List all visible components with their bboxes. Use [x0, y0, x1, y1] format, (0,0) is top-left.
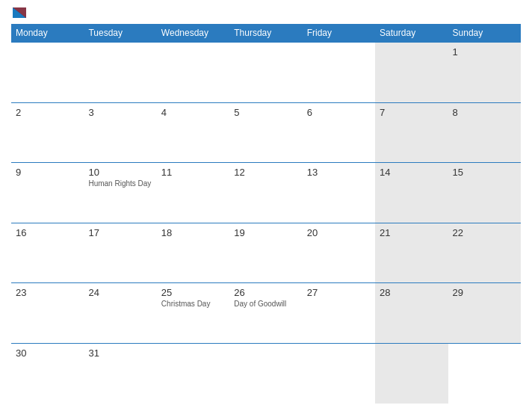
day-number: 24: [88, 287, 152, 298]
calendar-cell: 17: [84, 223, 156, 283]
day-number: 26: [234, 287, 297, 298]
holiday-name: Human Rights Day: [88, 179, 152, 188]
calendar-cell: 24: [84, 283, 156, 344]
calendar-cell: [229, 343, 302, 404]
day-number: 17: [88, 227, 152, 238]
day-number: 6: [307, 107, 371, 118]
day-number: 31: [88, 347, 152, 359]
calendar-header: [11, 7, 521, 18]
calendar-cell: 26Day of Goodwill: [229, 283, 302, 344]
weekday-header-row: MondayTuesdayWednesdayThursdayFridaySatu…: [11, 24, 521, 43]
calendar-cell: 15: [448, 163, 521, 223]
calendar-cell: [448, 343, 521, 404]
weekday-header-tuesday: Tuesday: [84, 24, 156, 43]
calendar-cell: [303, 343, 375, 404]
day-number: 22: [453, 227, 516, 238]
day-number: 18: [161, 227, 225, 238]
calendar-cell: 3: [84, 102, 156, 163]
calendar-cell: 14: [375, 163, 448, 223]
holiday-name: Day of Goodwill: [234, 300, 297, 309]
calendar-cell: [11, 43, 84, 103]
weekday-header-friday: Friday: [303, 24, 375, 43]
calendar-table: MondayTuesdayWednesdayThursdayFridaySatu…: [11, 24, 521, 404]
calendar-week-row: 910Human Rights Day1112131415: [11, 163, 521, 223]
calendar-cell: [157, 43, 229, 103]
calendar-cell: 8: [448, 102, 521, 163]
calendar-cell: 18: [157, 223, 229, 283]
calendar-cell: 2: [11, 102, 84, 163]
calendar-wrapper: MondayTuesdayWednesdayThursdayFridaySatu…: [0, 0, 532, 411]
day-number: 20: [307, 227, 371, 238]
day-number: 4: [161, 107, 225, 118]
calendar-cell: 13: [303, 163, 375, 223]
day-number: 25: [161, 287, 225, 298]
day-number: 12: [234, 167, 297, 178]
calendar-week-row: 232425Christmas Day26Day of Goodwill2728…: [11, 283, 521, 344]
calendar-cell: [229, 43, 302, 103]
day-number: 19: [234, 227, 297, 238]
weekday-header-sunday: Sunday: [448, 24, 521, 43]
day-number: 8: [453, 107, 516, 118]
day-number: 3: [88, 107, 152, 118]
logo-flag-icon: [13, 7, 26, 18]
calendar-cell: [303, 43, 375, 103]
day-number: 2: [16, 107, 79, 118]
day-number: 5: [234, 107, 297, 118]
calendar-cell: 31: [84, 343, 156, 404]
day-number: 11: [161, 167, 225, 178]
day-number: 27: [307, 287, 371, 298]
calendar-cell: 21: [375, 223, 448, 283]
day-number: 7: [380, 107, 443, 118]
calendar-week-row: 2345678: [11, 102, 521, 163]
calendar-cell: 6: [303, 102, 375, 163]
calendar-week-row: 1: [11, 43, 521, 103]
day-number: 28: [380, 287, 443, 298]
day-number: 9: [16, 167, 79, 178]
weekday-header-monday: Monday: [11, 24, 84, 43]
calendar-cell: 5: [229, 102, 302, 163]
day-number: 10: [88, 167, 152, 178]
calendar-cell: 16: [11, 223, 84, 283]
calendar-cell: 29: [448, 283, 521, 344]
calendar-cell: 10Human Rights Day: [84, 163, 156, 223]
calendar-cell: 19: [229, 223, 302, 283]
day-number: 23: [16, 287, 79, 298]
day-number: 29: [453, 287, 516, 298]
calendar-cell: [84, 43, 156, 103]
calendar-cell: [375, 43, 448, 103]
weekday-header-thursday: Thursday: [229, 24, 302, 43]
calendar-cell: 20: [303, 223, 375, 283]
calendar-week-row: 3031: [11, 343, 521, 404]
calendar-cell: 9: [11, 163, 84, 223]
calendar-cell: 23: [11, 283, 84, 344]
calendar-cell: 28: [375, 283, 448, 344]
calendar-cell: 1: [448, 43, 521, 103]
day-number: 16: [16, 227, 79, 238]
calendar-cell: 22: [448, 223, 521, 283]
holiday-name: Christmas Day: [161, 300, 225, 309]
logo: [11, 7, 26, 18]
day-number: 15: [453, 167, 516, 178]
calendar-cell: 27: [303, 283, 375, 344]
calendar-week-row: 16171819202122: [11, 223, 521, 283]
calendar-cell: 30: [11, 343, 84, 404]
day-number: 1: [453, 46, 516, 58]
day-number: 13: [307, 167, 371, 178]
day-number: 30: [16, 347, 79, 359]
calendar-cell: 25Christmas Day: [157, 283, 229, 344]
weekday-header-saturday: Saturday: [375, 24, 448, 43]
day-number: 14: [380, 167, 443, 178]
day-number: 21: [380, 227, 443, 238]
calendar-cell: [375, 343, 448, 404]
weekday-header-wednesday: Wednesday: [157, 24, 229, 43]
calendar-cell: 12: [229, 163, 302, 223]
calendar-cell: 11: [157, 163, 229, 223]
calendar-cell: 7: [375, 102, 448, 163]
calendar-cell: [157, 343, 229, 404]
calendar-cell: 4: [157, 102, 229, 163]
